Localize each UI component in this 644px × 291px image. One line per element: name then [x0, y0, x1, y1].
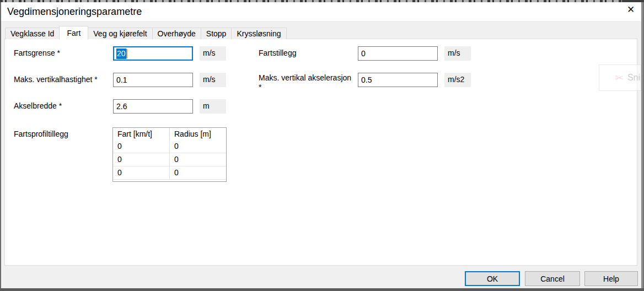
tab-strip: Vegklasse Id Fart Veg og kjørefelt Overh…	[5, 25, 287, 39]
akselbredde-input[interactable]	[113, 99, 193, 114]
table-header-radius: Radius [m]	[170, 128, 226, 140]
window-border-left	[0, 2, 1, 291]
window-border-bottom	[0, 288, 644, 291]
fartstillegg-input[interactable]	[358, 46, 438, 61]
table-header-row: Fart [km/t] Radius [m]	[113, 128, 226, 140]
table-cell-radius-0[interactable]: 0	[170, 140, 226, 153]
cancel-button[interactable]: Cancel	[525, 271, 580, 286]
fartsgrense-input[interactable]: 20	[113, 46, 193, 61]
akselbredde-label: Akselbredde *	[14, 101, 62, 110]
tab-page-fart: Fartsgrense * 20 m/s Fartstillegg m/s Ma…	[4, 39, 637, 266]
table-cell-fart-0[interactable]: 0	[113, 140, 170, 153]
tab-veg-og-kjorefelt[interactable]: Veg og kjørefelt	[88, 28, 152, 39]
tab-krysslosning[interactable]: Kryssløsning	[231, 28, 286, 39]
maks-vertikal-akselerasjon-input[interactable]	[358, 73, 438, 87]
maks-vertikalhastighet-input[interactable]	[113, 73, 193, 87]
tab-overhoyde[interactable]: Overhøyde	[152, 28, 201, 39]
table-row: 0 0	[113, 140, 226, 153]
close-icon: ✕	[627, 5, 635, 14]
maks-vertikalhastighet-label: Maks. vertikalhastighet *	[14, 75, 98, 84]
maks-vertikal-akselerasjon-unit: m/s2	[444, 73, 471, 87]
table-header-fart: Fart [km/t]	[113, 128, 170, 140]
maks-vertikalhastighet-unit: m/s	[200, 73, 226, 87]
fartsgrense-label: Fartsgrense *	[14, 48, 60, 57]
table-cell-fart-1[interactable]: 0	[113, 153, 170, 166]
fartsprofiltillegg-label: Fartsprofiltillegg	[14, 130, 68, 138]
tab-fart[interactable]: Fart	[59, 26, 88, 40]
table-cell-radius-1[interactable]: 0	[170, 153, 226, 166]
maks-vertikal-akselerasjon-label: Maks. vertikal akselerasjon *	[259, 73, 358, 92]
ok-button[interactable]: OK	[465, 271, 520, 286]
dialog-titlebar[interactable]: Vegdimensjoneringsparametre	[1, 2, 641, 21]
tab-vegklasse-id[interactable]: Vegklasse Id	[5, 28, 60, 39]
fartsgrense-unit: m/s	[200, 46, 226, 61]
table-row: 0 0	[113, 166, 226, 180]
dialog-title: Vegdimensjoneringsparametre	[7, 6, 142, 18]
tab-stopp[interactable]: Stopp	[201, 28, 232, 39]
fartsgrense-selected-text: 20	[116, 48, 126, 59]
table-row: 0 0	[113, 153, 226, 166]
akselbredde-unit: m	[200, 99, 226, 114]
fartstillegg-unit: m/s	[444, 46, 471, 61]
table-cell-fart-2[interactable]: 0	[113, 166, 170, 180]
text-caret	[126, 49, 127, 58]
maks-vertikal-akselerasjon-label-line2: *	[259, 83, 261, 91]
screenshot-root: Vegdimensjoneringsparametre ✕ Vegklasse …	[0, 0, 644, 291]
window-border-right	[641, 2, 644, 291]
fartstillegg-label: Fartstillegg	[259, 48, 296, 57]
table-cell-radius-2[interactable]: 0	[170, 166, 226, 180]
fartsprofiltillegg-table: Fart [km/t] Radius [m] 0 0 0 0 0 0	[112, 127, 227, 182]
maks-vertikal-akselerasjon-label-line1: Maks. vertikal akselerasjon	[259, 73, 351, 82]
help-button[interactable]: Help	[584, 271, 638, 286]
close-button[interactable]: ✕	[622, 1, 640, 18]
